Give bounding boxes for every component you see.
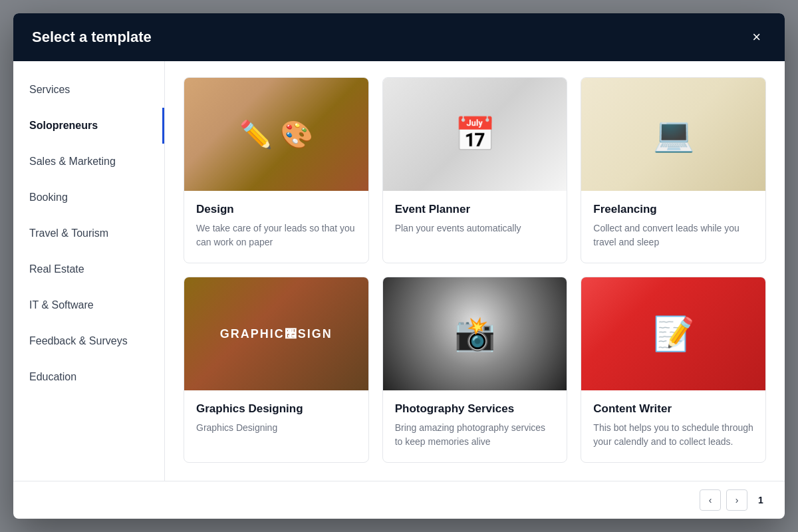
template-desc-design: We take care of your leads so that you c… [196,221,356,249]
template-info-graphics: Graphics Designing Graphics Designing [184,390,368,448]
close-button[interactable]: × [747,27,766,47]
modal-title: Select a template [32,29,152,46]
template-image-graphics [184,277,368,390]
template-image-freelancing [581,78,765,191]
modal-footer: ‹ › 1 [13,481,785,519]
content-area: Design We take care of your leads so tha… [165,61,785,481]
page-number: 1 [753,495,769,505]
template-desc-freelancing: Collect and convert leads while you trav… [593,221,753,249]
template-image-event [383,78,567,191]
template-name-event: Event Planner [395,203,555,216]
template-info-photography: Photography Services Bring amazing photo… [383,390,567,462]
template-name-content: Content Writer [593,402,753,416]
template-desc-content: This bot helps you to schedule through y… [593,421,753,449]
sidebar-item-it-software[interactable]: IT & Software [13,287,164,323]
template-info-event: Event Planner Plan your events automatic… [383,191,567,249]
template-card-graphics[interactable]: Graphics Designing Graphics Designing [184,277,369,463]
template-name-freelancing: Freelancing [593,203,753,216]
template-name-photography: Photography Services [395,402,555,416]
modal-header: Select a template × [13,13,785,61]
template-image-design [184,78,368,191]
template-name-design: Design [196,203,356,216]
template-card-photography[interactable]: Photography Services Bring amazing photo… [382,277,568,463]
templates-grid: Design We take care of your leads so tha… [184,77,766,463]
template-image-content [581,277,765,390]
template-name-graphics: Graphics Designing [196,402,356,416]
template-info-content: Content Writer This bot helps you to sch… [581,390,765,462]
template-image-photography [383,277,567,390]
template-desc-photography: Bring amazing photography services to ke… [395,421,555,449]
sidebar: Services Solopreneurs Sales & Marketing … [13,61,165,481]
template-card-freelancing[interactable]: Freelancing Collect and convert leads wh… [581,77,766,263]
template-modal: Select a template × Services Solopreneur… [13,13,785,519]
sidebar-item-feedback-surveys[interactable]: Feedback & Surveys [13,323,164,359]
template-card-content-writer[interactable]: Content Writer This bot helps you to sch… [581,277,766,463]
sidebar-item-real-estate[interactable]: Real Estate [13,251,164,287]
template-desc-event: Plan your events automatically [395,221,555,235]
sidebar-item-education[interactable]: Education [13,359,164,395]
template-desc-graphics: Graphics Designing [196,421,356,435]
modal-body: Services Solopreneurs Sales & Marketing … [13,61,785,481]
prev-page-button[interactable]: ‹ [700,489,721,511]
sidebar-item-solopreneurs[interactable]: Solopreneurs [13,108,164,144]
template-info-freelancing: Freelancing Collect and convert leads wh… [581,191,765,263]
sidebar-item-travel-tourism[interactable]: Travel & Tourism [13,215,164,251]
template-card-event-planner[interactable]: Event Planner Plan your events automatic… [382,77,568,263]
next-page-button[interactable]: › [726,489,747,511]
sidebar-item-sales-marketing[interactable]: Sales & Marketing [13,144,164,180]
sidebar-item-booking[interactable]: Booking [13,180,164,215]
template-card-design[interactable]: Design We take care of your leads so tha… [184,77,369,263]
sidebar-item-services[interactable]: Services [13,72,164,108]
template-info-design: Design We take care of your leads so tha… [184,191,368,263]
